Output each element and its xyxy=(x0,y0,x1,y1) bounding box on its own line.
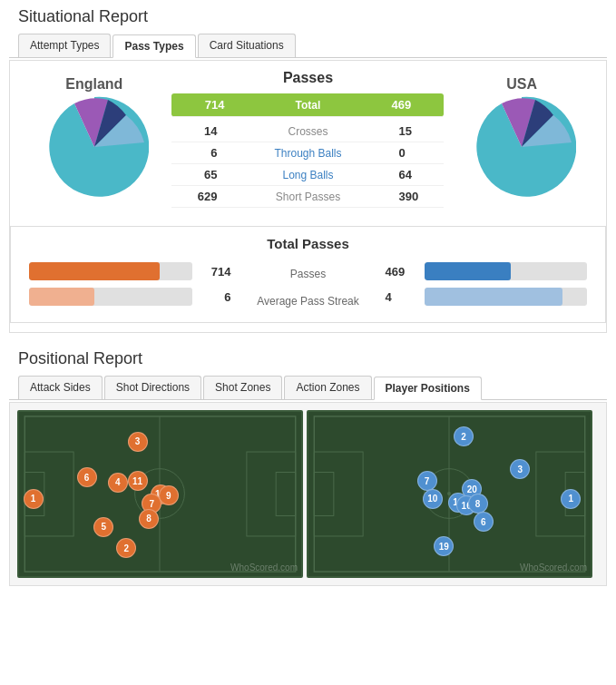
pitch-left: 3641111479852 WhoScored.com xyxy=(17,410,303,578)
player-dot-left-9: 9 xyxy=(159,485,179,505)
svg-rect-7 xyxy=(276,473,296,516)
tab-pass-types[interactable]: Pass Types xyxy=(112,34,195,58)
player-dot-right-6: 6 xyxy=(474,512,494,532)
tab-shot-directions[interactable]: Shot Directions xyxy=(104,376,201,399)
passes-row-long: 65 Long Balls 64 xyxy=(171,164,444,186)
passes-row-short: 629 Short Passes 390 xyxy=(171,186,444,208)
bar-passes-right-fill xyxy=(425,262,511,280)
bar-streak-left-fill xyxy=(29,288,94,306)
pass-left-long: 65 xyxy=(171,168,217,181)
positional-title: Positional Report xyxy=(9,342,607,376)
player-dot-left-11: 11 xyxy=(128,471,148,491)
pass-label-long: Long Balls xyxy=(217,169,398,181)
bar-streak-right-wrap xyxy=(425,288,588,306)
player-dot-right-3: 3 xyxy=(510,459,530,479)
situational-tabs: Attempt Types Pass Types Card Situations xyxy=(9,34,607,58)
player-dot-left-3: 3 xyxy=(128,432,148,452)
watermark-right: WhoScored.com xyxy=(520,563,587,572)
bar-streak-left-label: 6 xyxy=(200,290,231,304)
tab-shot-zones[interactable]: Shot Zones xyxy=(203,376,282,399)
passes-row-through: 6 Through Balls 0 xyxy=(171,142,444,164)
passes-title: Passes xyxy=(171,70,444,86)
tab-attack-sides[interactable]: Attack Sides xyxy=(18,376,103,399)
player-dot-right-10: 10 xyxy=(423,489,443,509)
bar-col-left: 714 6 xyxy=(29,262,231,313)
positional-section: Positional Report Attack Sides Shot Dire… xyxy=(9,342,607,586)
player-dot-left-4: 4 xyxy=(108,473,128,493)
bar-streak-left-wrap xyxy=(29,288,192,306)
pass-right-total: 469 xyxy=(391,98,436,112)
bar-passes-right-val: 469 xyxy=(386,265,417,279)
bar-streak-right-fill xyxy=(425,288,563,306)
svg-rect-6 xyxy=(247,452,296,536)
team-left-label: England xyxy=(40,76,149,93)
watermark-left: WhoScored.com xyxy=(230,563,298,572)
bar-passes-right-wrap xyxy=(425,262,588,280)
pass-right-through: 0 xyxy=(398,146,444,160)
bar-label-passes: Passes xyxy=(249,268,367,280)
player-dot-right-8: 8 xyxy=(468,494,488,514)
player-dot-right-19: 19 xyxy=(434,536,454,556)
pass-left-total: 714 xyxy=(179,98,224,112)
player-dot-left-2: 2 xyxy=(116,538,136,558)
bar-row-passes-left: 714 xyxy=(29,262,231,280)
tab-attempt-types[interactable]: Attempt Types xyxy=(18,34,111,57)
pie-chart-left xyxy=(40,93,149,201)
pass-label-short: Short Passes xyxy=(217,191,398,203)
passes-table: Passes 714 Total 469 14 Crosses 15 6 Thr… xyxy=(171,70,444,208)
tab-action-zones[interactable]: Action Zones xyxy=(284,376,371,399)
pass-right-long: 64 xyxy=(398,168,444,181)
positional-tabs: Attack Sides Shot Directions Shot Zones … xyxy=(9,376,607,400)
player-dot-right-1: 1 xyxy=(561,489,581,509)
pitch-container: 3641111479852 WhoScored.com 237201011168… xyxy=(9,402,607,586)
pass-left-through: 6 xyxy=(171,146,217,160)
total-passes-section: Total Passes 714 6 xyxy=(10,226,606,323)
tab-player-positions[interactable]: Player Positions xyxy=(374,377,482,400)
player-dot-right-2: 2 xyxy=(454,426,474,446)
bar-passes-left-wrap xyxy=(29,262,192,280)
pass-right-crosses: 15 xyxy=(398,124,444,138)
pass-left-crosses: 14 xyxy=(171,124,217,138)
situational-panel: England Passes xyxy=(9,60,607,333)
pitch-right: 2372010111686119 WhoScored.com xyxy=(307,410,592,578)
passes-row-total: 714 Total 469 xyxy=(171,93,444,117)
bar-row-streak-right: 4 xyxy=(386,288,588,306)
player-dot-left-8: 8 xyxy=(139,509,159,529)
bar-passes-left-fill xyxy=(29,262,160,280)
player-dot-left-5: 5 xyxy=(93,517,113,537)
team-right-label: USA xyxy=(467,76,576,93)
pass-label-total: Total xyxy=(224,99,391,112)
bar-streak-right-val: 4 xyxy=(386,290,417,304)
pie-chart-right xyxy=(467,93,576,201)
svg-rect-12 xyxy=(314,452,363,536)
player-dot-left-6: 6 xyxy=(77,467,97,487)
bar-label-streak: Average Pass Streak xyxy=(249,295,367,308)
pass-label-crosses: Crosses xyxy=(217,125,398,138)
tab-card-situations[interactable]: Card Situations xyxy=(198,34,296,57)
bar-col-right: 469 4 xyxy=(386,262,588,313)
bar-center-labels: Passes Average Pass Streak xyxy=(249,262,367,313)
pass-left-short: 629 xyxy=(171,190,217,203)
bar-passes-left-label: 714 xyxy=(200,265,231,279)
pass-label-through: Through Balls xyxy=(217,147,398,160)
passes-row-crosses: 14 Crosses 15 xyxy=(171,121,444,142)
total-passes-title: Total Passes xyxy=(29,236,587,251)
player-dot-right-7: 7 xyxy=(417,471,437,491)
svg-rect-13 xyxy=(314,473,334,516)
bar-rows: 714 6 Passes Average Pass Streak xyxy=(29,262,587,313)
situational-title: Situational Report xyxy=(9,0,607,34)
bar-row-streak-left: 6 xyxy=(29,288,231,306)
pass-right-short: 390 xyxy=(398,190,444,203)
passes-comparison: England Passes xyxy=(10,61,606,217)
player-dot-left-1: 1 xyxy=(24,489,44,509)
bar-row-passes-right: 469 xyxy=(386,262,588,280)
